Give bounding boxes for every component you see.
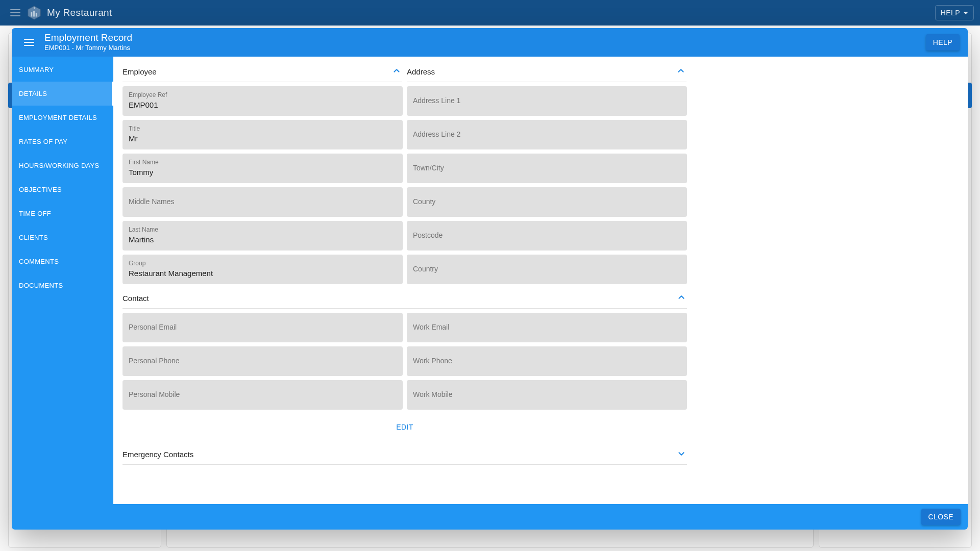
field-value: Mr <box>129 134 397 143</box>
section-header-contact[interactable]: Contact <box>122 288 687 309</box>
edit-row: EDIT <box>122 414 687 444</box>
field-label: Title <box>129 125 397 133</box>
field-postcode[interactable]: Postcode <box>407 221 687 251</box>
field-middle-names[interactable]: Middle Names <box>122 187 403 217</box>
sidebar-item-clients[interactable]: CLIENTS <box>12 226 113 249</box>
modal-title: Employment Record <box>44 33 132 43</box>
field-label: Middle Names <box>129 197 397 206</box>
field-label: Country <box>413 264 681 273</box>
field-personal-email[interactable]: Personal Email <box>122 313 403 342</box>
field-label: First Name <box>129 159 397 167</box>
field-title[interactable]: Title Mr <box>122 120 403 149</box>
section-title-emergency: Emergency Contacts <box>122 450 193 459</box>
section-title-contact: Contact <box>122 294 149 303</box>
sidebar-item-comments[interactable]: COMMENTS <box>12 249 113 273</box>
chevron-up-icon <box>391 65 402 79</box>
field-label: Last Name <box>129 226 397 234</box>
modal-footer: CLOSE <box>12 504 968 530</box>
contact-personal-fields: Personal Email Personal Phone Personal M… <box>122 313 403 414</box>
chevron-down-icon <box>676 448 687 461</box>
field-country[interactable]: Country <box>407 255 687 284</box>
field-label: Employee Ref <box>129 91 397 99</box>
sidebar-item-objectives[interactable]: OBJECTIVES <box>12 178 113 202</box>
field-label: Work Email <box>413 322 681 332</box>
field-work-mobile[interactable]: Work Mobile <box>407 380 687 410</box>
svg-rect-3 <box>36 13 37 17</box>
field-address-line-1[interactable]: Address Line 1 <box>407 86 687 116</box>
modal-menu-button[interactable] <box>20 33 38 52</box>
modal-subtitle: EMP001 - Mr Tommy Martins <box>44 44 132 52</box>
hamburger-icon <box>10 9 20 16</box>
sidebar-item-rates-of-pay[interactable]: RATES OF PAY <box>12 130 113 154</box>
sidebar-item-documents[interactable]: DOCUMENTS <box>12 273 113 297</box>
field-label: County <box>413 197 681 206</box>
field-personal-mobile[interactable]: Personal Mobile <box>122 380 403 410</box>
section-header-emergency[interactable]: Emergency Contacts <box>122 444 687 465</box>
section-header-address[interactable]: Address <box>407 62 687 82</box>
field-employee-ref[interactable]: Employee Ref EMP001 <box>122 86 403 116</box>
field-label: Address Line 1 <box>413 96 681 105</box>
field-value: EMP001 <box>129 101 397 110</box>
field-label: Work Phone <box>413 356 681 365</box>
hexagon-logo-icon: 1 <box>27 5 42 20</box>
address-fields: Address Line 1 Address Line 2 Town/City … <box>407 86 687 288</box>
modal-sidebar: SUMMARY DETAILS EMPLOYMENT DETAILS RATES… <box>12 57 113 504</box>
contact-work-fields: Work Email Work Phone Work Mobile <box>407 313 687 414</box>
svg-rect-1 <box>31 12 32 16</box>
field-personal-phone[interactable]: Personal Phone <box>122 346 403 376</box>
section-title-address: Address <box>407 67 435 76</box>
app-logo: 1 <box>27 5 42 20</box>
modal-help-button[interactable]: HELP <box>926 34 960 51</box>
modal-body: SUMMARY DETAILS EMPLOYMENT DETAILS RATES… <box>12 57 968 504</box>
app-bar: 1 My Restaurant HELP <box>0 0 980 26</box>
employee-fields: Employee Ref EMP001 Title Mr First Name … <box>122 86 403 288</box>
modal-content: Employee Address <box>113 57 968 504</box>
employment-record-modal: Employment Record EMP001 - Mr Tommy Mart… <box>12 28 968 530</box>
field-first-name[interactable]: First Name Tommy <box>122 154 403 183</box>
sidebar-item-hours-working-days[interactable]: HOURS/WORKING DAYS <box>12 154 113 178</box>
svg-rect-2 <box>33 11 35 16</box>
field-label: Personal Phone <box>129 356 397 365</box>
modal-header: Employment Record EMP001 - Mr Tommy Mart… <box>12 28 968 57</box>
field-label: Personal Email <box>129 322 397 332</box>
field-label: Town/City <box>413 163 681 172</box>
field-county[interactable]: County <box>407 187 687 217</box>
field-town-city[interactable]: Town/City <box>407 154 687 183</box>
sidebar-item-employment-details[interactable]: EMPLOYMENT DETAILS <box>12 106 113 130</box>
field-group[interactable]: Group Restaurant Management <box>122 255 403 284</box>
app-menu-button[interactable] <box>6 4 24 22</box>
chevron-up-icon <box>675 65 687 79</box>
chevron-down-icon <box>963 12 968 14</box>
hamburger-icon <box>24 39 34 46</box>
field-value: Restaurant Management <box>129 269 397 278</box>
field-work-phone[interactable]: Work Phone <box>407 346 687 376</box>
sidebar-item-details[interactable]: DETAILS <box>12 82 113 106</box>
field-label: Address Line 2 <box>413 130 681 139</box>
field-label: Postcode <box>413 231 681 240</box>
help-menu-button[interactable]: HELP <box>935 5 974 20</box>
help-menu-label: HELP <box>941 9 960 17</box>
field-label: Group <box>129 260 397 268</box>
section-title-employee: Employee <box>122 67 157 76</box>
section-header-employee[interactable]: Employee <box>122 62 402 82</box>
close-button[interactable]: CLOSE <box>921 509 961 525</box>
field-value: Tommy <box>129 168 397 177</box>
sidebar-item-time-off[interactable]: TIME OFF <box>12 202 113 226</box>
field-value: Martins <box>129 235 397 244</box>
app-title: My Restaurant <box>47 7 112 18</box>
field-label: Personal Mobile <box>129 390 397 399</box>
edit-button[interactable]: EDIT <box>391 419 419 435</box>
sidebar-item-summary[interactable]: SUMMARY <box>12 58 113 82</box>
field-label: Work Mobile <box>413 390 681 399</box>
svg-text:1: 1 <box>33 6 35 10</box>
field-address-line-2[interactable]: Address Line 2 <box>407 120 687 149</box>
field-work-email[interactable]: Work Email <box>407 313 687 342</box>
chevron-up-icon <box>676 292 687 305</box>
field-last-name[interactable]: Last Name Martins <box>122 221 403 251</box>
